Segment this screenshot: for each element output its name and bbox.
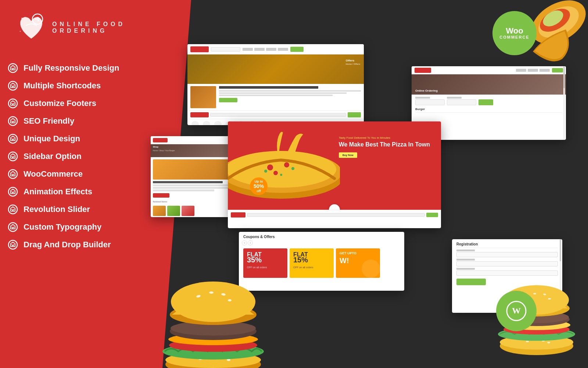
- svg-point-6: [8, 99, 17, 108]
- svg-text:W: W: [512, 306, 521, 315]
- logo-line2: ORDERING: [52, 28, 125, 34]
- feature-label: Unique Design: [24, 134, 80, 144]
- mockup-offers: OffersHome / Offers: [187, 44, 364, 125]
- coupon-next[interactable]: ›: [248, 240, 253, 245]
- svg-point-50: [171, 282, 255, 322]
- svg-point-61: [264, 170, 267, 173]
- sidebar-icon: [7, 151, 18, 162]
- svg-point-7: [8, 117, 17, 125]
- nav-link: [266, 48, 276, 51]
- pizza-bottom-nav: [228, 210, 441, 219]
- woocommerce-badge: Woo COMMERCE: [492, 11, 537, 55]
- pizza-image-area: [228, 125, 340, 206]
- filter-select: [415, 99, 445, 105]
- feature-design: Unique Design: [7, 133, 119, 144]
- feature-seo: SEO Friendly: [7, 116, 119, 127]
- sub-logo: [190, 112, 209, 117]
- coupon-prev[interactable]: ‹: [242, 240, 247, 245]
- offers-content: [187, 84, 364, 110]
- svg-point-1: [21, 18, 23, 19]
- pizza-menu-btn: [426, 213, 438, 217]
- feature-responsive: Fully Responsive Design: [7, 63, 119, 74]
- ordering-category: Burger: [415, 107, 562, 111]
- burger-center-bottom: [158, 258, 268, 368]
- offers-nav: [187, 44, 364, 54]
- related-label: Related Items: [153, 201, 240, 203]
- feature-footers: Customize Footers: [7, 98, 119, 109]
- form-submit-btn[interactable]: [456, 279, 486, 285]
- feature-woocommerce: WooCommerce: [7, 169, 119, 180]
- svg-point-5: [8, 81, 17, 90]
- offers-desc-line: [219, 90, 361, 92]
- woo-text-line2: COMMERCE: [499, 35, 529, 39]
- cat-fries: [202, 121, 211, 125]
- builder-icon: [7, 239, 18, 250]
- ordering-hero: Online Ordering: [412, 74, 566, 95]
- feature-label: Customize Footers: [24, 99, 96, 108]
- discount-pct: 50%: [254, 183, 264, 189]
- form-field-name: [456, 250, 558, 257]
- chip-friday-title: [219, 86, 318, 89]
- offers-hero: OffersHome / Offers: [187, 54, 364, 84]
- related-thumb-3: [182, 206, 194, 216]
- field-input-name[interactable]: [456, 252, 558, 257]
- seo-icon: [7, 116, 18, 127]
- feature-typography: Custom Typography: [7, 222, 119, 233]
- ordering-content: Burger: [412, 95, 566, 116]
- coupon-2: FLAT 15% OFF on all orders: [290, 248, 334, 278]
- coupons-pagination: ‹ ›: [239, 240, 404, 245]
- pizza-search: [247, 213, 425, 217]
- search-field: [210, 113, 346, 117]
- mock-menu-btn: [290, 47, 304, 52]
- offers-food-img: [190, 86, 216, 108]
- feature-slider: Revolution Slider: [7, 204, 119, 215]
- pizza-logo: [231, 212, 245, 217]
- related-thumb-1: [153, 206, 166, 216]
- filter-name: [415, 97, 445, 105]
- feature-label: Fully Responsive Design: [24, 63, 119, 73]
- woo-text-line1: Woo: [506, 27, 523, 35]
- feature-label: Multiple Shortcodes: [24, 81, 101, 91]
- svg-point-13: [8, 223, 17, 231]
- coupon-3-text: GET UPTO: [340, 251, 356, 255]
- product-desc: [153, 184, 240, 191]
- ordering-scrollbar: [563, 66, 565, 140]
- cat-burger: [190, 121, 200, 125]
- offers-desc-line: [219, 92, 347, 94]
- filter-search: [478, 97, 493, 105]
- registration-title: Registration: [452, 239, 562, 248]
- offers-text: [219, 86, 361, 108]
- svg-point-23: [526, 341, 529, 342]
- coupon-2-pct: 15%: [293, 256, 308, 264]
- svg-point-10: [8, 170, 17, 178]
- field-label-password: [456, 259, 475, 261]
- add-to-cart-btn: [153, 193, 169, 198]
- related-thumb-2: [167, 206, 180, 216]
- desc-line: [153, 187, 240, 189]
- typography-icon: [7, 222, 18, 233]
- coupon-2-sub: OFF on all orders: [293, 266, 313, 269]
- svg-point-11: [8, 187, 17, 196]
- ordering-logo: [415, 68, 431, 73]
- desc-line: [153, 190, 214, 191]
- pizza-main-title: We Make Best The Pizza In Town: [339, 141, 430, 148]
- wordpress-logo: W: [505, 300, 527, 322]
- svg-point-4: [8, 64, 17, 72]
- svg-point-2: [40, 27, 41, 28]
- pizza-buy-btn: Buy Now: [339, 152, 357, 158]
- design-icon: [7, 133, 18, 144]
- product-title: [153, 181, 223, 183]
- pizza-hero-section: Tasty Food Delivered To You In Minutes W…: [228, 121, 441, 210]
- svg-point-59: [284, 162, 289, 167]
- responsive-icon: [7, 63, 18, 74]
- form-scrollbar-thumb: [560, 239, 561, 261]
- field-label-name: [456, 250, 475, 251]
- pizza-svg: [228, 125, 340, 206]
- mock-search-bar: [211, 47, 240, 52]
- nav-link: [254, 48, 265, 51]
- wordpress-badge: W: [496, 291, 537, 331]
- menu-btn: [348, 112, 361, 117]
- svg-point-62: [291, 167, 294, 170]
- feature-label: Custom Typography: [24, 222, 101, 232]
- feature-animation: Animation Effects: [7, 186, 119, 197]
